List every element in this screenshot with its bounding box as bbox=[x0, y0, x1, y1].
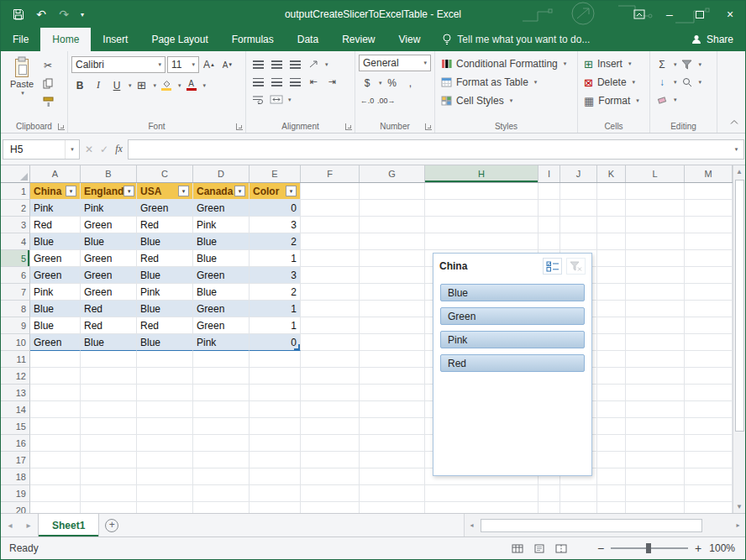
cell-G11[interactable] bbox=[360, 351, 425, 368]
cell-F18[interactable] bbox=[301, 468, 360, 485]
format-painter-button[interactable] bbox=[39, 94, 56, 110]
cell-A5[interactable]: Green bbox=[30, 250, 81, 267]
sheet-tab-sheet1[interactable]: Sheet1 bbox=[38, 514, 99, 536]
filter-button-color[interactable]: ▾ bbox=[286, 186, 297, 196]
cell-D15[interactable] bbox=[193, 418, 250, 435]
cell-D12[interactable] bbox=[193, 368, 250, 385]
tab-formulas[interactable]: Formulas bbox=[220, 28, 286, 51]
cell-D10[interactable]: Pink bbox=[193, 334, 250, 351]
cell-K11[interactable] bbox=[597, 351, 626, 368]
sheet-nav-right-icon[interactable]: ▸ bbox=[19, 514, 38, 536]
cell-G6[interactable] bbox=[360, 267, 425, 284]
font-name-select[interactable]: Calibri ▾ bbox=[71, 56, 165, 73]
cell-F1[interactable] bbox=[301, 183, 360, 200]
cell-D9[interactable]: Green bbox=[193, 317, 250, 334]
collapse-ribbon-button[interactable] bbox=[730, 113, 738, 128]
minimize-button[interactable]: – bbox=[654, 1, 685, 28]
column-header-M[interactable]: M bbox=[685, 165, 733, 182]
cell-A11[interactable] bbox=[30, 351, 81, 368]
cell-L11[interactable] bbox=[626, 351, 685, 368]
cell-E13[interactable] bbox=[250, 385, 301, 401]
cell-E18[interactable] bbox=[250, 468, 301, 485]
row-header-16[interactable]: 16 bbox=[1, 435, 30, 452]
slicer-item-green[interactable]: Green bbox=[440, 307, 585, 325]
cell-L6[interactable] bbox=[626, 267, 685, 284]
clear-button[interactable] bbox=[654, 92, 670, 107]
horizontal-scrollbar[interactable]: ◂ ▸ bbox=[464, 514, 745, 536]
number-dialog-launcher[interactable] bbox=[425, 123, 432, 130]
cell-I2[interactable] bbox=[538, 200, 560, 217]
cell-C13[interactable] bbox=[137, 385, 193, 401]
filter-button-china[interactable]: ▾ bbox=[66, 186, 76, 196]
cell-F12[interactable] bbox=[301, 368, 360, 385]
column-header-K[interactable]: K bbox=[597, 165, 626, 182]
cell-F19[interactable] bbox=[301, 485, 360, 502]
formula-input[interactable] bbox=[128, 139, 729, 160]
fill-color-button[interactable] bbox=[158, 77, 175, 93]
cell-F15[interactable] bbox=[301, 418, 360, 435]
enter-icon[interactable]: ✓ bbox=[100, 144, 108, 155]
row-header-5[interactable]: 5 bbox=[1, 250, 30, 267]
cell-A12[interactable] bbox=[30, 368, 81, 385]
cell-I19[interactable] bbox=[538, 485, 560, 502]
cell-K9[interactable] bbox=[597, 317, 626, 334]
cell-I20[interactable] bbox=[538, 502, 560, 513]
maximize-button[interactable] bbox=[685, 1, 715, 28]
cell-M17[interactable] bbox=[685, 452, 733, 468]
cell-G8[interactable] bbox=[360, 301, 425, 317]
cell-D11[interactable] bbox=[193, 351, 250, 368]
cell-B10[interactable]: Blue bbox=[81, 334, 137, 351]
cell-H20[interactable] bbox=[425, 502, 538, 513]
autosum-button[interactable]: Σ bbox=[654, 56, 670, 72]
cell-C2[interactable]: Green bbox=[137, 200, 193, 217]
cell-A16[interactable] bbox=[30, 435, 81, 452]
save-icon[interactable] bbox=[8, 3, 29, 25]
name-box[interactable]: H5 ▾ bbox=[3, 139, 80, 160]
tab-review[interactable]: Review bbox=[330, 28, 386, 51]
cell-E3[interactable]: 3 bbox=[250, 217, 301, 233]
decrease-font-size-button[interactable]: A▼ bbox=[219, 57, 236, 73]
zoom-in-button[interactable]: + bbox=[690, 542, 707, 555]
cell-F17[interactable] bbox=[301, 452, 360, 468]
cell-B15[interactable] bbox=[81, 418, 137, 435]
borders-button[interactable]: ⊞ bbox=[134, 77, 150, 93]
cell-A10[interactable]: Green bbox=[30, 334, 81, 351]
column-header-F[interactable]: F bbox=[301, 165, 360, 182]
cell-M2[interactable] bbox=[685, 200, 733, 217]
cell-F5[interactable] bbox=[301, 250, 360, 267]
cell-A8[interactable]: Blue bbox=[30, 301, 81, 317]
cell-D13[interactable] bbox=[193, 385, 250, 401]
cell-K16[interactable] bbox=[597, 435, 626, 452]
cell-C14[interactable] bbox=[137, 401, 193, 418]
cell-F6[interactable] bbox=[301, 267, 360, 284]
cell-E12[interactable] bbox=[250, 368, 301, 385]
tab-file[interactable]: File bbox=[1, 28, 40, 51]
tab-insert[interactable]: Insert bbox=[91, 28, 139, 51]
cell-G3[interactable] bbox=[360, 217, 425, 233]
cell-K19[interactable] bbox=[597, 485, 626, 502]
cell-D20[interactable] bbox=[193, 502, 250, 513]
cell-K5[interactable] bbox=[597, 250, 626, 267]
column-header-H[interactable]: H bbox=[425, 165, 538, 182]
scroll-right-icon[interactable]: ▸ bbox=[731, 519, 745, 531]
cell-F8[interactable] bbox=[301, 301, 360, 317]
slicer-item-pink[interactable]: Pink bbox=[440, 331, 585, 348]
customize-qat-icon[interactable]: ▾ bbox=[76, 3, 89, 25]
cell-C8[interactable]: Blue bbox=[137, 301, 193, 317]
increase-font-size-button[interactable]: A▲ bbox=[201, 57, 218, 73]
row-header-6[interactable]: 6 bbox=[1, 267, 30, 284]
cell-L5[interactable] bbox=[626, 250, 685, 267]
cell-A7[interactable]: Pink bbox=[30, 284, 81, 301]
cell-A20[interactable] bbox=[30, 502, 81, 513]
cell-D4[interactable]: Blue bbox=[193, 233, 250, 250]
cell-C18[interactable] bbox=[137, 468, 193, 485]
column-header-J[interactable]: J bbox=[560, 165, 597, 182]
cell-D2[interactable]: Green bbox=[193, 200, 250, 217]
cell-M8[interactable] bbox=[685, 301, 733, 317]
cell-B1[interactable]: England▾ bbox=[81, 183, 137, 200]
cell-J3[interactable] bbox=[560, 217, 597, 233]
cell-C12[interactable] bbox=[137, 368, 193, 385]
cell-E6[interactable]: 3 bbox=[250, 267, 301, 284]
cell-G19[interactable] bbox=[360, 485, 425, 502]
share-button[interactable]: Share bbox=[680, 28, 745, 51]
